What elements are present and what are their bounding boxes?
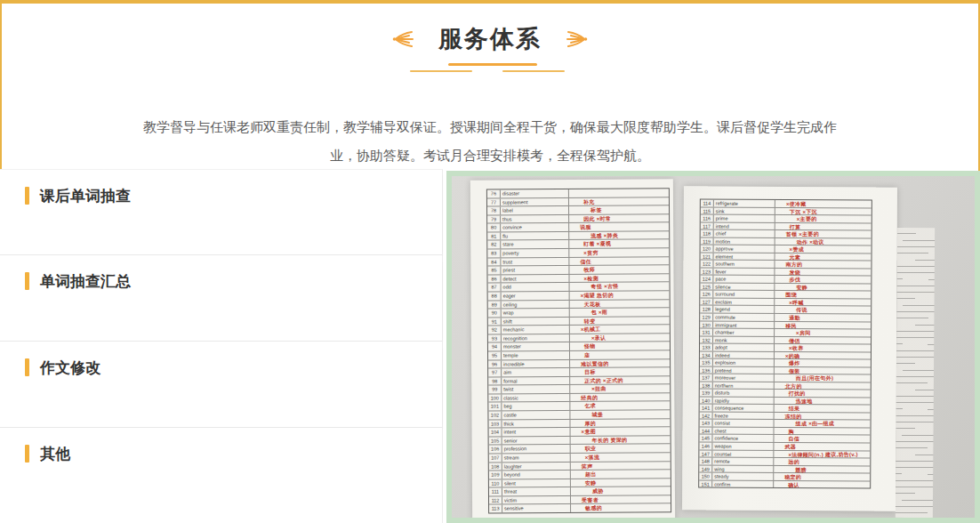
english-word: indeed (713, 351, 775, 358)
row-number: 131 (700, 329, 713, 336)
vocab-table-left: 76disaster77supplement补充78label标签79thus因… (486, 188, 671, 513)
red-handwritten-annotation: 武器 (774, 443, 870, 450)
english-word: threat (502, 487, 571, 495)
vocab-check-photo: 76disaster77supplement补充78label标签79thus因… (446, 171, 980, 523)
english-word: odd (502, 283, 570, 291)
row-number: 137 (700, 374, 713, 382)
row-number: 94 (488, 343, 502, 351)
english-word: chest (712, 427, 774, 434)
row-number: 136 (700, 366, 713, 374)
english-word: exclaim (713, 298, 775, 305)
row-number: 118 (701, 230, 714, 237)
english-word: pace (713, 276, 775, 283)
row-number: 84 (487, 258, 501, 266)
english-word: rapidly (713, 397, 775, 404)
english-word: thus (501, 215, 569, 223)
english-word: sensitive (502, 504, 571, 512)
english-word: priest (501, 266, 569, 274)
row-number: 98 (488, 377, 502, 385)
row-number: 150 (699, 473, 712, 480)
red-handwritten-annotation: 通勤 (775, 314, 871, 321)
row-number: 138 (700, 382, 713, 389)
row-number: 79 (487, 215, 501, 223)
english-word: refrigerate (714, 200, 775, 207)
sidebar-item-essay-correction[interactable]: 作文修改 (0, 342, 442, 428)
row-number: 116 (701, 215, 714, 222)
red-handwritten-annotation: 打扰的 (775, 390, 871, 397)
gold-tick-icon (25, 445, 29, 463)
english-word: silence (713, 283, 775, 290)
row-number: 91 (488, 318, 502, 326)
row-number: 112 (489, 496, 502, 504)
english-word: consist (713, 420, 775, 427)
row-number: 130 (700, 321, 713, 328)
row-number: 124 (700, 276, 713, 283)
red-handwritten-annotation: 确认 (774, 480, 870, 487)
english-word: mechanic (502, 326, 570, 334)
red-handwritten-annotation: 爆炸 (775, 359, 871, 366)
page-top-accent-bar (0, 0, 980, 4)
english-word: freeze (713, 412, 775, 419)
red-handwritten-annotation (569, 189, 669, 198)
red-handwritten-annotation: ×的确 (775, 351, 871, 358)
english-word: southern (713, 261, 775, 268)
english-word: approve (714, 245, 775, 253)
red-handwritten-annotation: ×收养 (775, 344, 871, 351)
english-word: disaster (501, 189, 569, 197)
table-row: 113sensitive敏感的 (489, 504, 671, 513)
english-word: sink (714, 207, 775, 214)
row-number: 114 (701, 199, 714, 206)
english-word: counsel (712, 450, 774, 457)
red-handwritten-annotation: 迅速地 (775, 398, 871, 405)
row-number: 110 (489, 479, 502, 487)
row-number: 134 (700, 351, 713, 358)
row-number: 78 (487, 207, 501, 215)
english-word: legend (713, 306, 775, 313)
english-word: fever (713, 268, 775, 275)
row-number: 83 (487, 250, 501, 258)
sidebar-item-label: 单词抽查汇总 (40, 273, 131, 290)
english-word: flu (501, 232, 569, 240)
red-handwritten-annotation: 稳定的 (774, 473, 870, 480)
red-handwritten-annotation: 首领 ×主要的 (775, 230, 872, 237)
english-word: motion (714, 237, 775, 245)
row-number: 108 (489, 463, 502, 471)
row-number: 113 (489, 505, 502, 513)
english-word: silent (502, 479, 571, 487)
english-word: wing (712, 465, 774, 472)
title-underline (410, 63, 570, 74)
row-number: 128 (700, 306, 713, 313)
row-number: 143 (700, 420, 713, 427)
row-number: 88 (488, 292, 502, 300)
vocab-sheet-right: 114refrigerate×使冷藏115sink下沉 ×下沉116prime×… (682, 186, 897, 511)
red-handwritten-annotation: ×呼喊 (775, 299, 871, 306)
table-row: 151confirm确认 (699, 480, 870, 488)
english-word: disturb (713, 390, 775, 397)
red-handwritten-annotation: 移民 (775, 321, 871, 328)
row-number: 122 (700, 261, 713, 268)
english-word: steady (712, 473, 774, 480)
row-number: 146 (699, 442, 712, 449)
english-word: chamber (713, 329, 775, 336)
row-number: 119 (701, 237, 714, 245)
sidebar-item-other[interactable]: 其他 (0, 428, 442, 523)
red-handwritten-annotation: 远的 (774, 458, 870, 465)
red-handwritten-annotation: 包 ×雨 (570, 308, 670, 318)
row-number: 97 (488, 369, 502, 377)
row-number: 76 (487, 189, 501, 197)
red-handwritten-annotation: 僧侣 (775, 336, 871, 343)
english-word: profession (502, 445, 571, 453)
english-word: trust (501, 258, 569, 266)
red-handwritten-annotation: 结果 (775, 405, 871, 412)
red-handwritten-annotation: ×房间 (775, 329, 871, 336)
english-word: thick (502, 420, 570, 428)
sidebar-item-word-check[interactable]: 课后单词抽查 (0, 169, 442, 255)
sidebar-item-label: 课后单词抽查 (40, 188, 131, 205)
english-word: monster (502, 342, 570, 350)
red-handwritten-annotation: ×贫穷 (569, 248, 669, 258)
red-handwritten-annotation: ×使冷藏 (775, 200, 872, 207)
sidebar-item-word-summary[interactable]: 单词抽查汇总 (0, 255, 442, 342)
row-number: 93 (488, 334, 502, 342)
row-number: 120 (701, 245, 714, 253)
english-word: beyond (502, 471, 571, 479)
